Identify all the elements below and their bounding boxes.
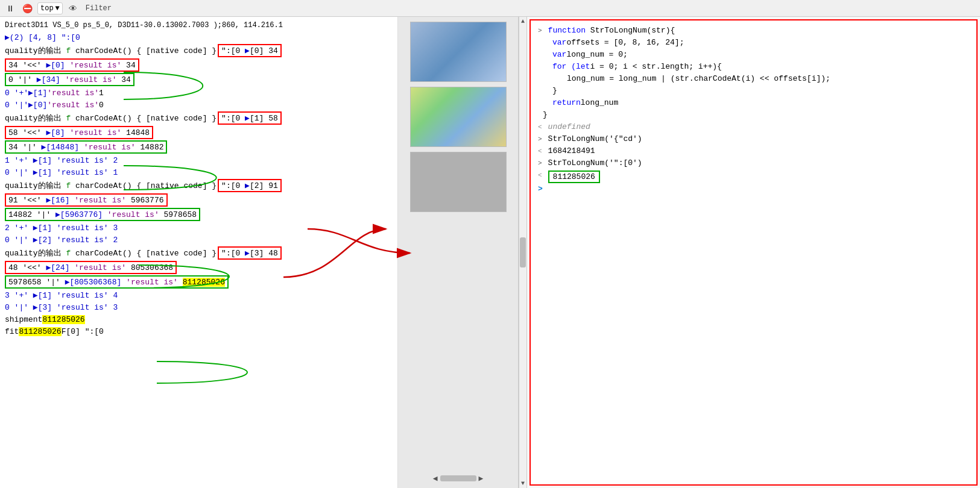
h-scroll-thumb[interactable]: [440, 475, 476, 481]
list-item: 91 '<<' ▶[16] 'result is' 5963776: [0, 193, 397, 207]
left-panel: Direct3D11 VS_5_0 ps_5_0, D3D11-30.0.130…: [0, 17, 398, 488]
boxed-value-2: ":[0 ▶[1] 58: [218, 111, 282, 125]
list-item: 0 '|' ▶[3] 'result is' 3: [0, 301, 397, 313]
context-label: top: [40, 4, 54, 13]
code-line-result1: < 1684218491: [538, 146, 969, 158]
list-item: ▶(2) [4, 8] ":[0: [0, 31, 397, 43]
code-line-longnum: var long_num = 0;: [538, 49, 969, 61]
scroll-controls: ◀ ▶: [400, 469, 516, 483]
boxed-green-2: 34 '|' ▶[14848] 'result is' 14882: [5, 140, 167, 154]
list-item: quality的输出 f charCodeAt() { [native code…: [0, 178, 397, 193]
list-item: quality的输出 f charCodeAt() { [native code…: [0, 43, 397, 58]
v-scroll-thumb[interactable]: [520, 237, 526, 267]
thumbnail-2[interactable]: [410, 87, 507, 147]
prompt-output-3: <: [538, 172, 542, 179]
boxed-green-3: 14882 '|' ▶[5963776] 'result is' 5978658: [5, 208, 200, 221]
list-item: 2 '+' ▶[1] 'result is' 3: [0, 222, 397, 234]
stop-button[interactable]: ⛔: [21, 2, 34, 15]
thumbnail-3[interactable]: [410, 152, 507, 212]
undefined-label: undefined: [548, 122, 590, 131]
thumbnail-1[interactable]: [410, 22, 507, 82]
prompt-input-3: >: [538, 160, 542, 167]
scroll-down-icon[interactable]: ▼: [521, 480, 525, 487]
code-line-cursor[interactable]: >: [538, 184, 969, 196]
list-item: shipment 811285026: [0, 313, 397, 325]
prompt-input: >: [538, 27, 542, 34]
v-scrollbar: ▲ ▼: [519, 17, 527, 488]
prompt-output-1: <: [538, 124, 542, 131]
list-item: 0 '|' ▶[1] 'result is' 1: [0, 166, 397, 178]
boxed-green-1: 0 '|' ▶[34] 'result is' 34: [5, 73, 134, 86]
list-item: Direct3D11 VS_5_0 ps_5_0, D3D11-30.0.130…: [0, 19, 397, 31]
list-item: 0 '|' ▶[34] 'result is' 34: [0, 72, 397, 87]
boxed-red-4: 48 '<<' ▶[24] 'result is' 805306368: [5, 261, 177, 274]
list-item: 34 '|' ▶[14848] 'result is' 14882: [0, 140, 397, 154]
code-line-for: for (let i = 0; i < str.length; i++){: [538, 61, 969, 74]
cursor-prompt: >: [538, 184, 543, 193]
list-item: 3 '+' ▶[1] 'result is' 4: [0, 289, 397, 301]
list-item: 58 '<<' ▶[8] 'result is' 14848: [0, 125, 397, 140]
highlight-result-2: 811285026: [42, 315, 84, 324]
code-line-result2: < 811285026: [538, 170, 969, 184]
console-output[interactable]: > function StrToLongNum(str){ var offset…: [530, 19, 978, 486]
code-line-body: long_num = long_num | (str.charCodeAt(i)…: [538, 74, 969, 86]
list-item: 0 '+' ▶[1] 'result is' 1: [0, 87, 397, 99]
list-item: 14882 '|' ▶[5963776] 'result is' 5978658: [0, 207, 397, 222]
boxed-green-4: 5978658 '|' ▶[805306368] 'result is' 811…: [5, 275, 229, 289]
code-line-close-for: }: [538, 86, 969, 98]
scroll-up-icon[interactable]: ▲: [521, 18, 525, 25]
prompt-output-2: <: [538, 148, 542, 155]
eye-button[interactable]: 👁: [66, 2, 80, 15]
highlight-result-3: 811285026: [19, 327, 61, 336]
scroll-right-icon[interactable]: ▶: [479, 474, 484, 483]
right-panel: > function StrToLongNum(str){ var offset…: [527, 17, 980, 488]
boxed-result-right: 811285026: [548, 170, 600, 183]
prompt-input-2: >: [538, 136, 542, 143]
boxed-value-4: ":[0 ▶[3] 48: [218, 246, 282, 260]
chevron-down-icon: ▼: [55, 4, 60, 13]
code-line-call1: > StrToLongNum('{"cd'): [538, 134, 969, 146]
boxed-red-2: 58 '<<' ▶[8] 'result is' 14848: [5, 126, 153, 139]
code-line-offsets: var offsets = [0, 8, 16, 24];: [538, 37, 969, 49]
code-line-function: > function StrToLongNum(str){: [538, 25, 969, 37]
list-item: 5978658 '|' ▶[805306368] 'result is' 811…: [0, 275, 397, 289]
list-item: 48 '<<' ▶[24] 'result is' 805306368: [0, 260, 397, 275]
toolbar: ⏸ ⛔ top ▼ 👁 Filter: [0, 0, 980, 17]
boxed-red-3: 91 '<<' ▶[16] 'result is' 5963776: [5, 193, 168, 207]
pause-button[interactable]: ⏸: [4, 2, 17, 15]
list-item: 34 '<<' ▶[0] 'result is' 34: [0, 58, 397, 72]
list-item: 1 '+' ▶[1] 'result is' 2: [0, 154, 397, 166]
boxed-value-3: ":[0 ▶[2] 91: [218, 179, 282, 192]
filter-label: Filter: [86, 4, 112, 13]
scroll-left-icon[interactable]: ◀: [433, 474, 438, 483]
thumbnail-panel: ◀ ▶: [398, 17, 519, 488]
context-dropdown[interactable]: top ▼: [37, 2, 63, 14]
code-line-return: return long_num: [538, 98, 969, 110]
list-item: quality的输出 f charCodeAt() { [native code…: [0, 111, 397, 125]
h-scrollbar: ◀ ▶: [433, 474, 484, 483]
highlight-result-1: 811285026: [183, 278, 225, 287]
boxed-red-1: 34 '<<' ▶[0] 'result is' 34: [5, 58, 139, 72]
main-area: Direct3D11 VS_5_0 ps_5_0, D3D11-30.0.130…: [0, 17, 980, 488]
code-line-close-fn: }: [538, 110, 969, 122]
code-line-undefined: < undefined: [538, 122, 969, 134]
code-line-call2: > StrToLongNum('":[0'): [538, 158, 969, 170]
list-item: fit 811285026 F[0] ":[0: [0, 325, 397, 337]
list-item: quality的输出 f charCodeAt() { [native code…: [0, 246, 397, 260]
boxed-value-1: ":[0 ▶[0] 34: [218, 44, 282, 57]
list-item: 0 '|' ▶[0] 'result is' 0: [0, 99, 397, 111]
list-item: 0 '|' ▶[2] 'result is' 2: [0, 234, 397, 246]
